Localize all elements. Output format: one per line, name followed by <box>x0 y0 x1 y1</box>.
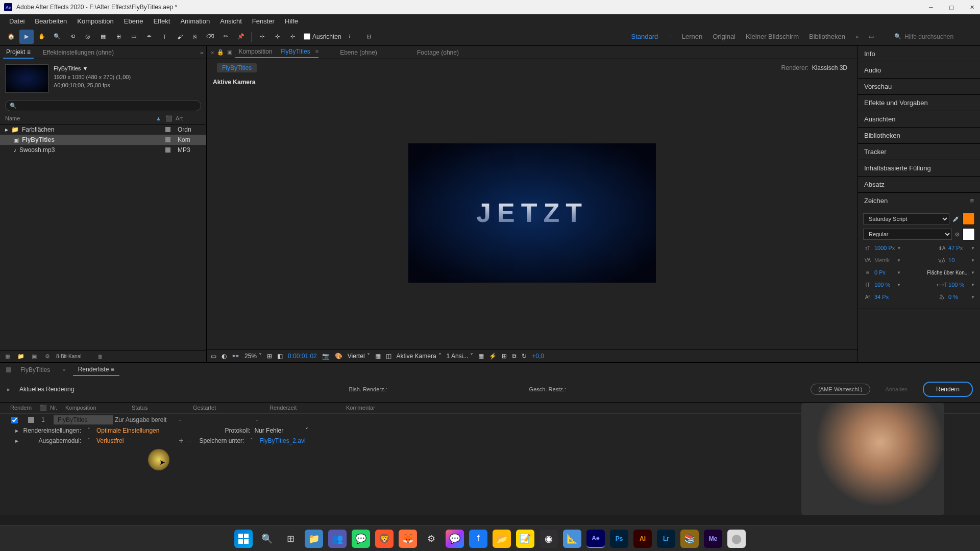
snap-grid-icon[interactable]: ⊡ <box>362 30 376 44</box>
view-count-dropdown[interactable]: 1 Ansi... ˅ <box>447 353 474 360</box>
remove-output-icon[interactable]: – <box>188 437 191 444</box>
project-settings-icon[interactable]: ⚙ <box>43 352 52 361</box>
brave-icon[interactable]: 🦁 <box>375 530 394 548</box>
mask-icon[interactable]: 👓 <box>232 353 239 360</box>
new-comp-icon[interactable]: ▣ <box>30 352 39 361</box>
start-button[interactable] <box>234 530 253 548</box>
whatsapp-icon[interactable]: 💬 <box>352 530 370 548</box>
transparency-icon[interactable]: ▦ <box>375 353 381 360</box>
detail-disclosure-icon[interactable]: ▸ <box>15 427 18 434</box>
files-icon[interactable]: 📂 <box>493 530 511 548</box>
selection-tool[interactable]: ▶ <box>19 30 34 44</box>
workspace-overflow-icon[interactable]: » <box>855 34 859 40</box>
zoom-tool[interactable]: 🔍 <box>50 30 64 44</box>
workspace-original[interactable]: Original <box>713 33 736 40</box>
explorer-icon[interactable]: 📁 <box>305 530 323 548</box>
menu-hilfe[interactable]: Hilfe <box>280 15 303 27</box>
libraries-panel-header[interactable]: Bibliotheken <box>858 128 980 143</box>
timeline-comp-tab[interactable]: FlyByTitles <box>15 364 55 375</box>
project-item-folder[interactable]: ▸ 📁 Farbflächen Ordn <box>0 124 206 135</box>
orbit-tool[interactable]: ⟲ <box>65 30 80 44</box>
workspace-bibliotheken[interactable]: Bibliotheken <box>809 33 845 40</box>
composition-tab[interactable]: Komposition FlyByTitles ≡ <box>235 47 318 58</box>
ame-queue-button[interactable]: (AME-Warteschl.) <box>811 384 870 395</box>
preview-panel-header[interactable]: Vorschau <box>858 79 980 94</box>
facebook-icon[interactable]: f <box>469 530 487 548</box>
channel-icon[interactable]: 🎨 <box>335 353 342 360</box>
resolution-dropdown[interactable]: Viertel ˅ <box>348 353 370 360</box>
task-view-icon[interactable]: ⊞ <box>281 530 300 548</box>
workspace-reset-icon[interactable]: ▭ <box>869 33 874 40</box>
col-comment[interactable]: Kommentar <box>342 405 379 411</box>
tracker-panel-header[interactable]: Tracker <box>858 144 980 160</box>
label-color-icon[interactable] <box>165 127 170 132</box>
menu-effekt[interactable]: Effekt <box>148 15 175 27</box>
label-color-icon[interactable] <box>165 147 170 153</box>
tsume-value[interactable]: 0 % <box>948 294 969 300</box>
minimize-button[interactable]: ─ <box>927 3 935 11</box>
reset-exposure-icon[interactable]: ↻ <box>522 353 527 360</box>
tab-lock-icon[interactable]: 🔒 <box>217 49 224 56</box>
media-encoder-icon[interactable]: Me <box>704 530 722 548</box>
stroke-width-value[interactable]: 0 Px <box>874 269 895 276</box>
content-fill-header[interactable]: Inhaltsbasierte Füllung <box>858 160 980 176</box>
col-started[interactable]: Gestartet <box>189 405 265 411</box>
pixel-aspect-icon[interactable]: ▦ <box>478 353 484 360</box>
fast-preview-icon[interactable]: ⚡ <box>489 353 497 360</box>
after-effects-taskbar-icon[interactable]: Ae <box>586 530 605 548</box>
menu-bearbeiten[interactable]: Bearbeiten <box>30 15 72 27</box>
exposure-value[interactable]: +0,0 <box>532 353 544 360</box>
timecode-display[interactable]: 0:00:01:02 <box>288 353 317 360</box>
leading-value[interactable]: 47 Px <box>948 245 969 251</box>
illustrator-icon[interactable]: Ai <box>633 530 652 548</box>
item-label-icon[interactable] <box>28 417 34 423</box>
delete-icon[interactable]: 🗑 <box>95 352 105 361</box>
workspace-standard[interactable]: Standard <box>631 33 658 40</box>
snapshot-icon[interactable]: 📷 <box>322 353 330 360</box>
type-tool[interactable]: T <box>157 30 172 44</box>
view-axis-icon[interactable]: ⊹ <box>285 30 300 44</box>
label-color-icon[interactable] <box>165 137 170 142</box>
col-header-name[interactable]: Name <box>5 115 156 122</box>
maximize-button[interactable]: ▢ <box>947 3 955 11</box>
effects-presets-header[interactable]: Effekte und Vorgaben <box>858 95 980 111</box>
info-panel-header[interactable]: Info <box>858 46 980 62</box>
pan-behind-tool[interactable]: ⊞ <box>111 30 126 44</box>
fill-color-swatch[interactable] <box>963 213 975 225</box>
output-module-link[interactable]: Verlustfrei <box>96 437 124 444</box>
brush-tool[interactable]: 🖌 <box>173 30 187 44</box>
panel-menu-icon[interactable]: ≡ <box>970 197 974 205</box>
app-icon-2[interactable]: 📐 <box>563 530 581 548</box>
menu-ebene[interactable]: Ebene <box>119 15 149 27</box>
font-family-dropdown[interactable]: Saturday Script <box>863 213 949 224</box>
current-render-disclosure[interactable]: ▸ <box>7 386 10 393</box>
render-button[interactable]: Rendern <box>923 382 973 397</box>
render-settings-link[interactable]: Optimale Einstellungen <box>96 427 159 434</box>
messenger-icon[interactable]: 💬 <box>446 530 464 548</box>
project-item-comp[interactable]: ▣ FlyByTitles Kom <box>0 135 206 145</box>
photoshop-icon[interactable]: Ps <box>610 530 628 548</box>
resolution-menu-icon[interactable]: ⊞ <box>267 353 272 360</box>
local-axis-icon[interactable]: ⊹ <box>255 30 269 44</box>
stroke-color-swatch[interactable] <box>963 228 975 240</box>
flowchart-icon[interactable]: ⧉ <box>512 353 517 360</box>
workspace-kleiner[interactable]: Kleiner Bildschirm <box>746 33 799 40</box>
footage-tab[interactable]: Footage (ohne) <box>414 48 462 57</box>
baseline-value[interactable]: 34 Px <box>874 294 895 300</box>
close-button[interactable]: ✕ <box>968 3 976 11</box>
bpc-button[interactable]: 8-Bit-Kanal <box>56 354 81 359</box>
rotate-tool[interactable]: ◎ <box>81 30 95 44</box>
eyedropper-icon[interactable]: 💉 <box>952 216 960 222</box>
col-status[interactable]: Status <box>128 405 189 411</box>
align-panel-header[interactable]: Ausrichten <box>858 111 980 127</box>
puppet-tool[interactable]: 📌 <box>234 30 248 44</box>
vscale-value[interactable]: 100 % <box>874 282 895 288</box>
app-icon-1[interactable]: ⚙ <box>422 530 440 548</box>
no-fill-icon[interactable]: ⊘ <box>955 231 960 238</box>
notes-icon[interactable]: 📝 <box>516 530 534 548</box>
col-comp[interactable]: Komposition <box>61 405 128 411</box>
camera-tool[interactable]: ▦ <box>96 30 110 44</box>
camera-dropdown[interactable]: Aktive Kamera ˅ <box>397 353 442 360</box>
hscale-value[interactable]: 100 % <box>948 282 969 288</box>
menu-ansicht[interactable]: Ansicht <box>215 15 247 27</box>
